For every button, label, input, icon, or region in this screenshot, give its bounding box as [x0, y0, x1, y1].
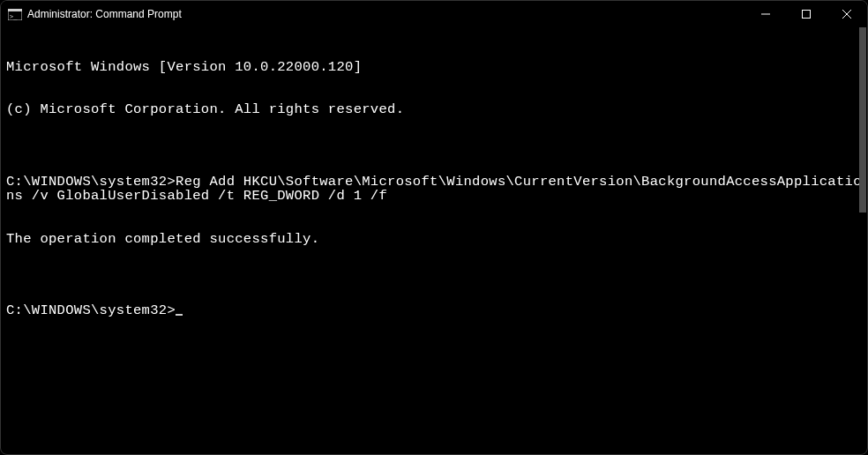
svg-text:>_: >_ — [10, 13, 18, 20]
window-controls — [745, 1, 867, 27]
prompt-2: C:\WINDOWS\system32> — [6, 302, 176, 318]
titlebar[interactable]: >_ Administrator: Command Prompt — [1, 1, 867, 27]
cursor — [176, 314, 183, 316]
svg-rect-4 — [803, 11, 811, 19]
close-button[interactable] — [827, 1, 867, 27]
minimize-button[interactable] — [745, 1, 786, 27]
cmd-icon: >_ — [8, 8, 22, 20]
copyright-line: (c) Microsoft Corporation. All rights re… — [6, 102, 862, 116]
window-title: Administrator: Command Prompt — [27, 8, 745, 20]
svg-rect-1 — [8, 9, 22, 11]
command-prompt-window: >_ Administrator: Command Prompt — [0, 0, 868, 455]
version-line: Microsoft Windows [Version 10.0.22000.12… — [6, 60, 862, 74]
maximize-button[interactable] — [786, 1, 827, 27]
terminal-area[interactable]: Microsoft Windows [Version 10.0.22000.12… — [1, 27, 867, 454]
command-line-1: C:\WINDOWS\system32>Reg Add HKCU\Softwar… — [6, 175, 862, 204]
scrollbar[interactable] — [859, 27, 866, 213]
prompt-line-2: C:\WINDOWS\system32> — [6, 303, 862, 317]
result-line: The operation completed successfully. — [6, 232, 862, 246]
